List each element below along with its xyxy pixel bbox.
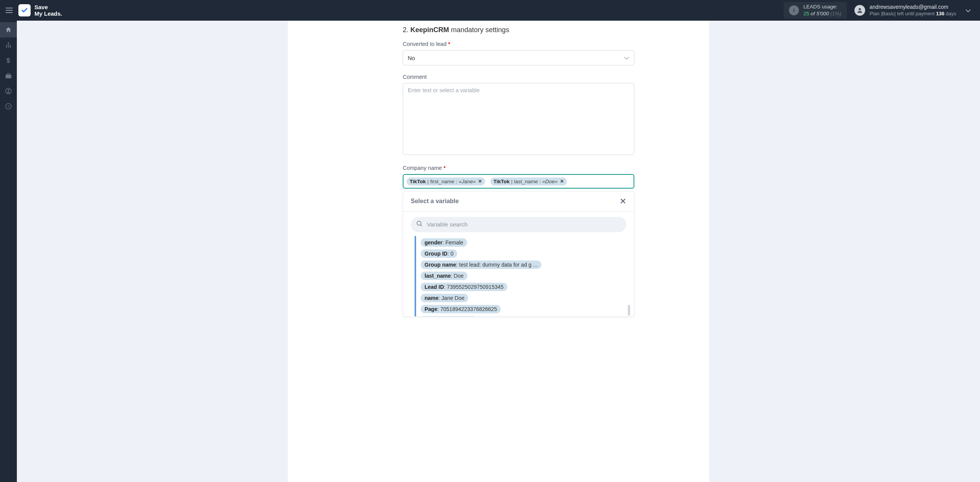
usage-percent: (1%) bbox=[830, 11, 841, 16]
svg-rect-6 bbox=[6, 75, 11, 78]
company-tags-input[interactable]: TikTok | first_name: «Jane» ✕ TikTok | l… bbox=[403, 174, 634, 189]
company-label: Company name * bbox=[403, 165, 709, 171]
sidebar-nav: $ ? bbox=[0, 21, 17, 482]
dropdown-title: Select a variable bbox=[411, 198, 459, 205]
svg-point-11 bbox=[417, 221, 421, 225]
usage-text: LEADS usage: 25 of 5'000 (1%) bbox=[804, 3, 841, 17]
svg-rect-1 bbox=[8, 42, 9, 44]
svg-rect-2 bbox=[6, 46, 7, 47]
sidebar-item-help[interactable]: ? bbox=[0, 99, 17, 114]
user-text: andrewsavemyleads@gmail.com Plan |Basic|… bbox=[870, 3, 956, 17]
checkmark-icon bbox=[21, 7, 28, 14]
converted-select[interactable]: No bbox=[403, 50, 634, 65]
home-icon bbox=[5, 26, 12, 33]
variable-tag: TikTok | first_name: «Jane» ✕ bbox=[407, 177, 485, 186]
variable-option[interactable]: gender: Female bbox=[421, 238, 467, 247]
remove-tag-button[interactable]: ✕ bbox=[560, 179, 564, 184]
variable-list[interactable]: gender: Female Group ID: 0 Group name: t… bbox=[415, 236, 634, 316]
variable-search-input[interactable] bbox=[411, 217, 626, 232]
variable-option[interactable]: Group ID: 0 bbox=[421, 249, 457, 258]
usage-values: 25 of 5'000 (1%) bbox=[804, 10, 841, 17]
sidebar-item-briefcase[interactable] bbox=[0, 68, 17, 83]
logo-badge bbox=[18, 4, 31, 16]
logo-line2: My Leads. bbox=[34, 10, 62, 17]
logo-text: Save My Leads. bbox=[34, 4, 62, 17]
hamburger-icon bbox=[6, 8, 13, 13]
scrollbar-thumb[interactable] bbox=[628, 305, 630, 316]
remove-tag-button[interactable]: ✕ bbox=[478, 179, 482, 184]
close-dropdown-button[interactable]: ✕ bbox=[620, 197, 626, 206]
briefcase-icon bbox=[5, 73, 12, 79]
user-avatar-icon bbox=[854, 5, 865, 16]
svg-text:?: ? bbox=[7, 104, 10, 109]
comment-label: Comment bbox=[403, 74, 709, 80]
leads-usage-box: i LEADS usage: 25 of 5'000 (1%) bbox=[784, 2, 847, 19]
variable-option[interactable]: Page name: Form 1 bbox=[421, 316, 477, 316]
variable-option[interactable]: Group name: test lead: dummy data for ad… bbox=[421, 261, 541, 269]
dropdown-header: Select a variable ✕ bbox=[403, 191, 634, 212]
comment-textarea[interactable] bbox=[403, 83, 634, 155]
logo-line1: Save bbox=[34, 4, 48, 10]
sitemap-icon bbox=[5, 42, 12, 49]
question-icon: ? bbox=[5, 103, 12, 110]
svg-point-0 bbox=[859, 8, 861, 10]
converted-label: Converted to lead * bbox=[403, 41, 709, 47]
dollar-icon: $ bbox=[7, 57, 11, 64]
hamburger-menu-button[interactable] bbox=[3, 4, 15, 16]
user-email: andrewsavemyleads@gmail.com bbox=[870, 3, 956, 10]
sidebar-item-connections[interactable] bbox=[0, 37, 17, 53]
info-icon: i bbox=[789, 5, 799, 15]
svg-rect-4 bbox=[10, 46, 11, 47]
sidebar-item-billing[interactable]: $ bbox=[0, 53, 17, 68]
variable-tag: TikTok | last_name: «Doe» ✕ bbox=[490, 177, 567, 186]
svg-line-12 bbox=[420, 225, 422, 226]
section-heading: 2. KeepinCRM mandatory settings bbox=[403, 26, 709, 34]
app-header: Save My Leads. i LEADS usage: 25 of 5'00… bbox=[0, 0, 980, 21]
variable-option[interactable]: Lead ID: 7395525029750915345 bbox=[421, 283, 507, 291]
sidebar-item-home[interactable] bbox=[0, 22, 17, 37]
content-area: 2. KeepinCRM mandatory settings Converte… bbox=[17, 21, 980, 482]
usage-used: 25 bbox=[804, 11, 809, 16]
converted-value: No bbox=[408, 55, 415, 61]
variable-dropdown: Select a variable ✕ gender: F bbox=[403, 191, 634, 317]
user-plan-line: Plan |Basic| left until payment 136 days bbox=[870, 11, 956, 17]
variable-option[interactable]: name: Jane Doe bbox=[421, 294, 468, 302]
chevron-down-icon bbox=[965, 7, 971, 14]
user-circle-icon bbox=[5, 88, 12, 94]
variable-option[interactable]: Page: 7051894223376826625 bbox=[421, 305, 501, 313]
search-icon bbox=[416, 220, 423, 229]
svg-rect-3 bbox=[8, 46, 9, 47]
svg-text:$: $ bbox=[7, 57, 10, 64]
user-account-box[interactable]: andrewsavemyleads@gmail.com Plan |Basic|… bbox=[854, 3, 977, 17]
svg-point-8 bbox=[8, 90, 10, 91]
sidebar-item-profile[interactable] bbox=[0, 83, 17, 99]
chevron-down-icon bbox=[624, 54, 629, 61]
variable-option[interactable]: last_name: Doe bbox=[421, 272, 467, 280]
usage-label: LEADS usage: bbox=[804, 3, 841, 10]
